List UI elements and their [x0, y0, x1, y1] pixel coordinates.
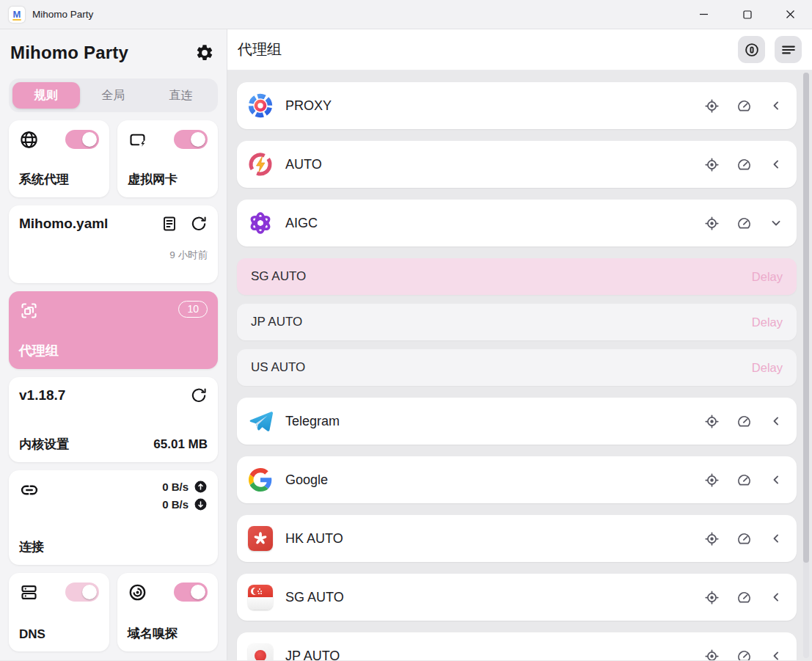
node-name: US AUTO	[251, 360, 305, 375]
chevron-left-icon[interactable]	[769, 531, 783, 546]
locate-node-button[interactable]	[704, 590, 720, 605]
sidebar-item-connections[interactable]: 0 B/s 0 B/s 连接	[9, 470, 218, 565]
chevron-left-icon[interactable]	[769, 98, 783, 113]
core-card[interactable]: v1.18.7 内核设置 65.01 MB	[9, 377, 218, 463]
tun-card[interactable]: 虚拟网卡	[117, 120, 218, 197]
virtual-nic-icon	[128, 130, 147, 150]
delay-button[interactable]: Delay	[752, 270, 783, 284]
settings-button[interactable]	[193, 41, 216, 65]
chevron-left-icon[interactable]	[769, 414, 783, 428]
dns-card[interactable]: DNS	[9, 573, 109, 651]
locate-node-button[interactable]	[704, 414, 720, 429]
scrollbar-thumb[interactable]	[803, 73, 809, 563]
latency-test-button[interactable]	[736, 414, 752, 429]
chevron-left-icon[interactable]	[769, 590, 783, 605]
locate-node-button[interactable]	[704, 531, 720, 547]
locate-node-button[interactable]	[704, 98, 720, 114]
tun-label: 虚拟网卡	[128, 171, 208, 188]
proxy-node-row[interactable]: SG AUTO Delay	[237, 258, 797, 295]
page-title: 代理组	[238, 40, 282, 59]
profile-refresh-button[interactable]	[190, 215, 208, 233]
delay-sort-button[interactable]	[738, 36, 765, 63]
node-name: JP AUTO	[251, 315, 302, 329]
group-name: SG AUTO	[285, 590, 344, 605]
profile-edit-button[interactable]	[161, 215, 178, 233]
minimize-icon	[699, 10, 709, 19]
close-icon	[786, 10, 795, 19]
proxy-groups-page: 代理组 PROXY	[227, 29, 812, 660]
delay-button[interactable]: Delay	[752, 361, 783, 375]
link-icon	[19, 480, 40, 500]
locate-node-button[interactable]	[704, 157, 720, 172]
tun-toggle[interactable]	[174, 130, 208, 149]
group-row-jp-auto[interactable]: JP AUTO	[237, 632, 797, 660]
locate-node-button[interactable]	[704, 472, 720, 488]
group-row-hk-auto[interactable]: HK AUTO	[237, 515, 797, 562]
group-row-sg-auto[interactable]: SG AUTO	[237, 574, 797, 621]
tab-global-mode[interactable]: 全局	[80, 82, 147, 109]
group-name: AUTO	[285, 157, 322, 172]
chevron-left-icon[interactable]	[769, 157, 783, 172]
group-name: PROXY	[285, 98, 332, 114]
system-proxy-card[interactable]: 系统代理	[9, 120, 109, 197]
list-scrollbar[interactable]	[803, 73, 809, 658]
profile-name: Mihomo.yaml	[19, 216, 108, 232]
profile-card[interactable]: Mihomo.yaml 9 小时前	[9, 205, 218, 283]
google-icon	[247, 467, 274, 493]
group-name: JP AUTO	[285, 649, 340, 661]
system-proxy-label: 系统代理	[19, 171, 99, 188]
refresh-icon	[190, 387, 208, 404]
proxy-node-row[interactable]: US AUTO Delay	[237, 349, 797, 386]
download-speed: 0 B/s	[162, 498, 189, 511]
dns-server-icon	[19, 583, 39, 602]
globe-icon	[19, 130, 39, 150]
latency-test-button[interactable]	[736, 590, 752, 605]
locate-node-button[interactable]	[704, 216, 720, 231]
group-name: AIGC	[285, 216, 318, 231]
chevron-left-icon[interactable]	[769, 472, 783, 487]
close-button[interactable]	[769, 0, 812, 29]
dns-label: DNS	[19, 627, 99, 642]
app-logo-icon: M	[9, 7, 25, 23]
latency-test-button[interactable]	[736, 531, 752, 547]
group-row-proxy[interactable]: PROXY	[237, 82, 797, 129]
group-row-google[interactable]: Google	[237, 456, 797, 503]
window-title: Mihomo Party	[32, 9, 93, 20]
group-row-telegram[interactable]: Telegram	[237, 398, 797, 445]
connections-label: 连接	[19, 538, 208, 555]
maximize-button[interactable]	[725, 0, 769, 29]
tab-rule-mode[interactable]: 规则	[12, 82, 80, 109]
app-title: Mihomo Party	[10, 43, 128, 63]
group-row-aigc[interactable]: AIGC	[237, 200, 797, 246]
telegram-icon	[247, 408, 274, 434]
latency-test-button[interactable]	[736, 472, 752, 488]
chevron-left-icon[interactable]	[769, 649, 783, 660]
locate-node-button[interactable]	[704, 649, 720, 661]
sniff-toggle[interactable]	[174, 583, 208, 602]
proxy-groups-icon	[19, 301, 39, 321]
latency-test-button[interactable]	[736, 157, 752, 172]
maximize-icon	[743, 10, 752, 19]
latency-test-button[interactable]	[736, 98, 752, 114]
system-proxy-toggle[interactable]	[65, 130, 99, 149]
group-row-auto[interactable]: AUTO	[237, 141, 797, 188]
profile-updated-time: 9 小时前	[19, 249, 208, 262]
dns-toggle[interactable]	[65, 583, 99, 602]
sidebar-item-proxy-groups[interactable]: 10 代理组	[9, 291, 218, 369]
layout-toggle-button[interactable]	[775, 36, 802, 63]
delay-button[interactable]: Delay	[752, 315, 783, 329]
proxy-groups-label: 代理组	[19, 342, 208, 359]
sniff-radar-icon	[128, 583, 147, 602]
proxy-node-row[interactable]: JP AUTO Delay	[237, 304, 797, 340]
minimize-button[interactable]	[682, 0, 725, 29]
core-version: v1.18.7	[19, 387, 65, 403]
chevron-down-icon[interactable]	[769, 216, 783, 230]
latency-test-button[interactable]	[736, 216, 752, 231]
gear-icon	[195, 43, 214, 62]
sniff-card[interactable]: 域名嗅探	[117, 573, 218, 651]
outbound-mode-tabs: 规则 全局 直连	[9, 78, 218, 112]
latency-test-button[interactable]	[736, 649, 752, 661]
sidebar: Mihomo Party 规则 全局 直连 系统代理	[0, 29, 227, 660]
tab-direct-mode[interactable]: 直连	[147, 82, 214, 109]
core-restart-button[interactable]	[190, 387, 208, 404]
